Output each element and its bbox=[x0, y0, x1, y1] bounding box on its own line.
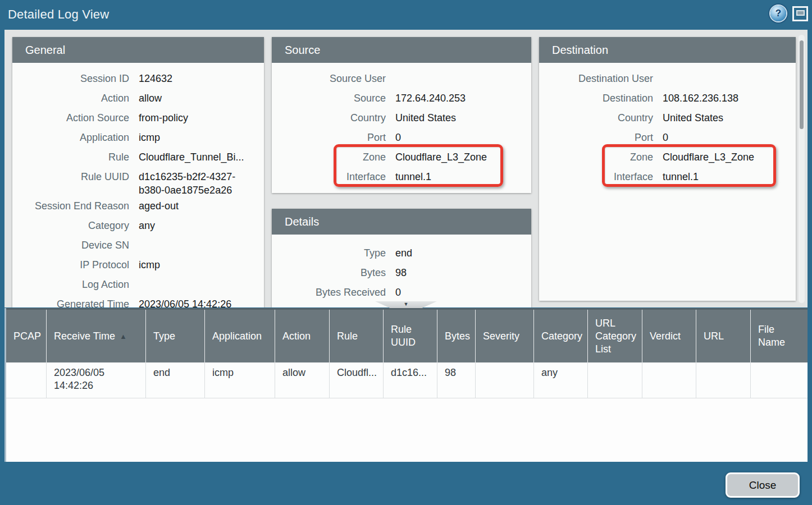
field-label: Port bbox=[272, 131, 386, 144]
column-header-url[interactable]: URL bbox=[696, 310, 751, 362]
field-value: 98 bbox=[395, 266, 531, 279]
column-header-type[interactable]: Type bbox=[146, 310, 205, 362]
field-label: Log Action bbox=[12, 278, 129, 291]
cell-rule-uuid: d1c16... bbox=[384, 362, 437, 398]
column-header-label: URL bbox=[704, 330, 724, 343]
field-label: Zone bbox=[272, 150, 386, 164]
field-label: Port bbox=[539, 131, 653, 144]
vertical-scrollbar-thumb[interactable] bbox=[800, 40, 804, 129]
field-label: Application bbox=[12, 131, 129, 144]
field-row-destination-user: Destination User bbox=[539, 70, 796, 89]
field-label: Country bbox=[272, 111, 386, 125]
panel-details: Details Type end Bytes 98 Bytes Received… bbox=[272, 209, 531, 307]
field-value: aged-out bbox=[139, 199, 264, 213]
cell-bytes: 98 bbox=[437, 362, 476, 398]
panel-general-header: General bbox=[12, 37, 264, 63]
cell-file-name bbox=[751, 362, 808, 398]
cell-receive-time: 2023/06/05 14:42:26 bbox=[47, 362, 146, 398]
field-label: Interface bbox=[272, 170, 386, 183]
field-value: Cloudflare_L3_Zone bbox=[663, 150, 796, 164]
column-header-pcap[interactable]: PCAP bbox=[6, 310, 47, 362]
panel-details-header: Details bbox=[272, 209, 531, 235]
column-header-label: Type bbox=[153, 330, 175, 343]
field-row-device-sn: Device SN bbox=[12, 236, 264, 256]
column-header-rule-uuid[interactable]: Rule UUID bbox=[384, 310, 437, 362]
close-button[interactable]: Close bbox=[726, 472, 800, 498]
column-header-label: File Name bbox=[758, 323, 804, 349]
field-label: Destination User bbox=[539, 72, 653, 85]
cell-verdict bbox=[642, 362, 696, 398]
field-row-zone: Zone Cloudflare_L3_Zone bbox=[539, 148, 796, 168]
help-icon[interactable]: ? bbox=[770, 6, 786, 21]
field-row-type: Type end bbox=[272, 244, 531, 264]
field-value: 0 bbox=[395, 131, 531, 144]
field-value: 124632 bbox=[139, 72, 264, 85]
field-row-country: Country United States bbox=[272, 109, 531, 128]
field-label: Category bbox=[12, 219, 129, 232]
column-header-bytes[interactable]: Bytes bbox=[437, 310, 476, 362]
field-label: Zone bbox=[539, 150, 653, 164]
detail-panels-area: General Session ID 124632 Action allow A… bbox=[4, 30, 808, 307]
vertical-scrollbar[interactable] bbox=[799, 35, 805, 303]
column-header-verdict[interactable]: Verdict bbox=[642, 310, 696, 362]
column-header-label: Bytes bbox=[445, 330, 470, 343]
panel-general-title: General bbox=[25, 44, 65, 57]
field-label: Session ID bbox=[12, 72, 129, 85]
field-row-application: Application icmp bbox=[12, 128, 264, 148]
field-label: Source User bbox=[272, 72, 386, 85]
dialog-titlebar: Detailed Log View bbox=[0, 0, 812, 29]
field-label: Destination bbox=[539, 91, 653, 105]
panel-source: Source Source User Source 172.64.240.253… bbox=[272, 37, 531, 193]
field-row-rule-uuid: Rule UUID d1c16235-b2f2-4327-b380-0ae187… bbox=[12, 168, 264, 197]
column-header-label: Receive Time bbox=[54, 330, 115, 343]
window-maximize-icon-inner bbox=[796, 10, 805, 16]
panel-source-title: Source bbox=[285, 44, 320, 57]
help-glyph: ? bbox=[775, 8, 781, 19]
column-header-severity[interactable]: Severity bbox=[476, 310, 534, 362]
field-row-category: Category any bbox=[12, 217, 264, 236]
cell-rule: Cloudfl... bbox=[330, 362, 384, 398]
field-value: tunnel.1 bbox=[663, 170, 796, 183]
column-header-label: Action bbox=[282, 330, 311, 343]
column-header-label: URL Category List bbox=[595, 317, 638, 356]
panel-source-header: Source bbox=[272, 37, 531, 63]
field-row-ip-protocol: IP Protocol icmp bbox=[12, 256, 264, 276]
column-header-rule[interactable]: Rule bbox=[330, 310, 384, 362]
field-value: allow bbox=[139, 91, 264, 105]
column-header-url-category-list[interactable]: URL Category List bbox=[588, 310, 642, 362]
panel-details-title: Details bbox=[285, 215, 319, 228]
column-header-application[interactable]: Application bbox=[205, 310, 275, 362]
field-label: Type bbox=[272, 246, 386, 260]
log-table: PCAP Receive Time ▲ Type Application Act… bbox=[4, 308, 808, 462]
field-value: 108.162.236.138 bbox=[663, 91, 796, 105]
field-value: Cloudflare_L3_Zone bbox=[395, 150, 531, 164]
field-value: icmp bbox=[139, 131, 264, 144]
field-value: 0 bbox=[663, 131, 796, 144]
panel-destination-header: Destination bbox=[539, 37, 796, 63]
field-value: tunnel.1 bbox=[395, 170, 531, 183]
field-label: Rule bbox=[12, 150, 129, 164]
sort-ascending-icon: ▲ bbox=[120, 330, 127, 343]
table-row[interactable]: 2023/06/05 14:42:26 end icmp allow Cloud… bbox=[6, 362, 808, 398]
field-row-interface: Interface tunnel.1 bbox=[539, 168, 796, 187]
window-maximize-icon[interactable] bbox=[792, 6, 808, 21]
column-header-receive-time[interactable]: Receive Time ▲ bbox=[47, 310, 146, 362]
cell-type: end bbox=[146, 362, 205, 398]
column-header-action[interactable]: Action bbox=[275, 310, 330, 362]
field-value: United States bbox=[663, 111, 796, 125]
chevron-down-icon: ▼ bbox=[404, 302, 409, 307]
field-row-log-action: Log Action bbox=[12, 276, 264, 295]
table-header-row: PCAP Receive Time ▲ Type Application Act… bbox=[6, 308, 808, 362]
field-row-action-source: Action Source from-policy bbox=[12, 109, 264, 128]
cell-category: any bbox=[534, 362, 588, 398]
field-row-interface: Interface tunnel.1 bbox=[272, 168, 531, 187]
column-header-label: Rule bbox=[337, 330, 358, 343]
field-label: Rule UUID bbox=[12, 170, 129, 183]
field-row-source-user: Source User bbox=[272, 70, 531, 89]
field-value: Cloudflare_Tunnel_Bi... bbox=[139, 150, 264, 164]
column-header-label: Verdict bbox=[650, 330, 681, 343]
field-row-destination: Destination 108.162.236.138 bbox=[539, 89, 796, 109]
column-header-category[interactable]: Category bbox=[534, 310, 588, 362]
field-label: Device SN bbox=[12, 238, 129, 252]
column-header-file-name[interactable]: File Name bbox=[751, 310, 808, 362]
